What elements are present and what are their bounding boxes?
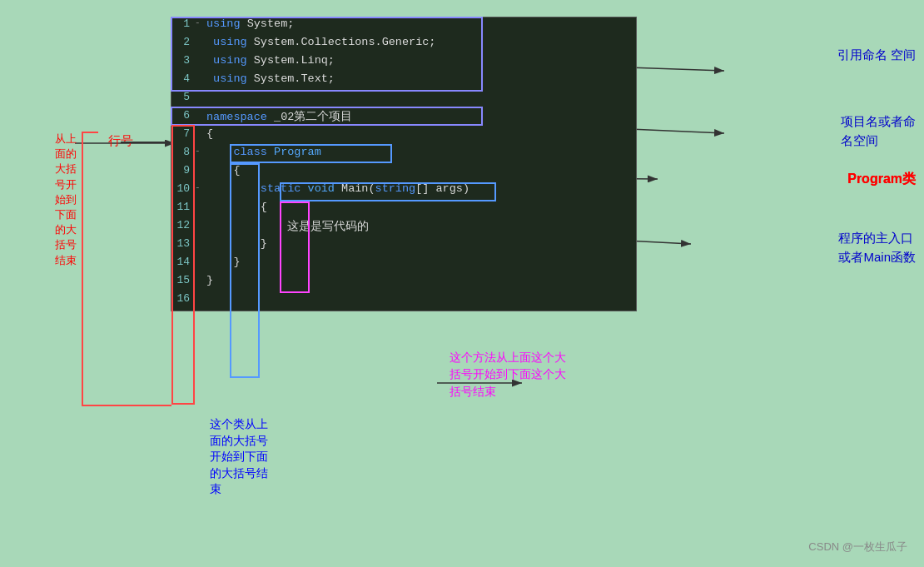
line-num-5: 5 [171,91,195,103]
code-content-2: using System.Collections.Generic; [205,36,636,48]
code-line-13: 13 } [171,237,636,256]
code-line-9: 9 { [171,164,636,182]
code-line-2: 2 using System.Collections.Generic; [171,36,636,54]
code-editor: 1 - using System; 2 using System.Collect… [171,17,637,311]
program-class-label-static: Program类 [847,171,916,188]
line-num-6: 6 [171,109,195,122]
code-content-16 [205,292,636,305]
line-num-7: 7 [171,127,195,140]
red-bracket-left [82,132,83,406]
line-num-3: 3 [171,54,195,67]
page-container: 1 - using System; 2 using System.Collect… [0,0,924,567]
code-line-12: 12 这是是写代码的 [171,219,636,237]
code-line-10: 10 - static void Main(string[] args) [171,182,636,201]
line-num-13: 13 [171,237,195,250]
collapse-13 [195,237,205,247]
collapse-1[interactable]: - [195,17,205,27]
code-content-7: { [205,127,636,140]
code-line-15: 15 } [171,274,636,292]
code-content-15: } [205,274,636,286]
project-name-label: 项目名或者命名空间 [841,112,916,150]
collapse-3 [195,54,205,64]
line-num-15: 15 [171,274,195,286]
line-num-10: 10 [171,182,195,195]
hanghaio-line [121,142,169,143]
method-brace-label: 这个方法从上面这个大括号开始到下面这个大括号结束 [450,350,566,400]
code-line-5: 5 [171,91,636,109]
red-bracket-bottom [82,405,171,406]
code-line-6: 6 namespace _02第二个项目 [171,109,636,127]
code-content-12: 这是是写代码的 [205,219,636,234]
code-line-16: 16 [171,292,636,311]
main-entry-label: 程序的主入口或者Main函数 [838,229,916,266]
line-num-1: 1 [171,17,195,30]
collapse-9 [195,164,205,174]
code-content-5 [205,91,636,103]
code-content-9: { [205,164,636,177]
collapse-6 [195,109,205,119]
line-num-14: 14 [171,256,195,268]
namespace-ref-label: 引用命名 空间 [837,46,916,65]
code-line-3: 3 using System.Linq; [171,54,636,72]
code-line-7: 7 { [171,127,636,146]
code-content-8: class Program [205,146,636,158]
code-content-4: using System.Text; [205,72,636,85]
collapse-7 [195,127,205,137]
code-content-6: namespace _02第二个项目 [205,109,636,124]
line-num-9: 9 [171,164,195,177]
line-num-16: 16 [171,292,195,305]
collapse-14 [195,256,205,266]
collapse-12 [195,219,205,229]
code-content-10: static void Main(string[] args) [205,182,636,195]
collapse-16 [195,292,205,302]
collapse-15 [195,274,205,284]
from-brace-label: 从上面的大括号开始到下面的大括号结束 [50,132,82,268]
collapse-5 [195,91,205,101]
hanghaio-label: 行号 [108,133,133,149]
code-line-14: 14 } [171,256,636,274]
collapse-8[interactable]: - [195,146,205,156]
watermark: CSDN @一枚生瓜子 [808,540,907,555]
code-content-13: } [205,237,636,250]
collapse-4 [195,72,205,82]
line-num-8: 8 [171,146,195,158]
collapse-2 [195,36,205,46]
code-line-1: 1 - using System; [171,17,636,36]
line-num-2: 2 [171,36,195,48]
code-content-11: { [205,201,636,213]
code-line-11: 11 { [171,201,636,219]
line-num-12: 12 [171,219,195,231]
line-num-4: 4 [171,72,195,85]
code-content-14: } [205,256,636,268]
class-brace-label: 这个类从上面的大括号开始到下面的大括号结束 [210,416,268,498]
line-num-11: 11 [171,201,195,213]
red-bracket-top [82,132,98,133]
collapse-10[interactable]: - [195,182,205,192]
program-class-label: Program类 [847,171,916,188]
code-content-1: using System; [205,17,636,30]
collapse-11 [195,201,205,211]
code-content-3: using System.Linq; [205,54,636,67]
code-line-8: 8 - class Program [171,146,636,164]
code-line-4: 4 using System.Text; [171,72,636,91]
